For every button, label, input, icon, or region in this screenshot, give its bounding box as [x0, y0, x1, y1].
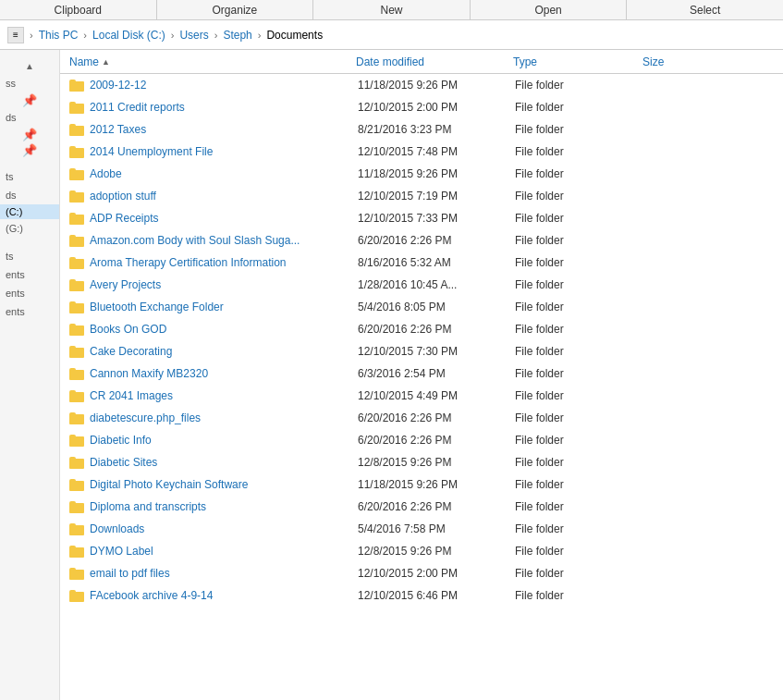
file-date: 12/10/2015 4:49 PM: [358, 389, 515, 402]
file-type: File folder: [515, 301, 644, 313]
sidebar-pin-2[interactable]: 📌: [17, 127, 43, 142]
ribbon-clipboard[interactable]: Clipboard: [0, 0, 157, 19]
sidebar-item-g[interactable]: (G:): [0, 219, 59, 238]
folder-icon: [69, 80, 84, 92]
file-date: 11/18/2015 9:26 PM: [358, 79, 515, 92]
folder-icon: [69, 412, 84, 424]
sort-arrow: ▲: [102, 57, 110, 67]
table-row[interactable]: 2011 Credit reports 12/10/2015 2:00 PM F…: [60, 96, 783, 118]
file-name: Diabetic Info: [90, 434, 358, 447]
folder-icon: [69, 124, 84, 136]
ribbon-organize[interactable]: Organize: [157, 0, 314, 19]
table-row[interactable]: FAcebook archive 4-9-14 12/10/2015 6:46 …: [60, 584, 783, 607]
file-date: 6/20/2016 2:26 PM: [358, 434, 515, 447]
breadcrumb-users[interactable]: Users: [179, 29, 208, 42]
sidebar-pin-3[interactable]: 📌: [17, 142, 43, 158]
table-row[interactable]: diabetescure.php_files 6/20/2016 2:26 PM…: [60, 407, 783, 429]
sidebar-item-ss[interactable]: ss: [0, 74, 59, 92]
file-date: 11/18/2015 9:26 PM: [358, 167, 515, 180]
file-type: File folder: [515, 323, 644, 336]
sidebar-item-c[interactable]: (C:): [0, 204, 59, 219]
table-row[interactable]: Amazon.com Body with Soul Slash Suga... …: [60, 229, 783, 252]
sidebar-item-ds2[interactable]: ds: [0, 186, 59, 204]
col-header-type[interactable]: Type: [513, 55, 642, 68]
folder-icon: [69, 235, 84, 247]
table-row[interactable]: 2009-12-12 11/18/2015 9:26 PM File folde…: [60, 74, 783, 96]
file-date: 12/10/2015 7:48 PM: [358, 145, 515, 158]
table-row[interactable]: Adobe 11/18/2015 9:26 PM File folder: [60, 163, 783, 185]
breadcrumb-localdisk[interactable]: Local Disk (C:): [92, 29, 165, 42]
table-row[interactable]: 2012 Taxes 8/21/2016 3:23 PM File folder: [60, 118, 783, 141]
sidebar-pin-1[interactable]: 📌: [17, 92, 43, 108]
file-date: 6/20/2016 2:26 PM: [358, 411, 515, 424]
file-name: Downloads: [90, 522, 358, 535]
table-row[interactable]: CR 2041 Images 12/10/2015 4:49 PM File f…: [60, 385, 783, 407]
folder-icon: [69, 146, 84, 158]
file-type: File folder: [515, 212, 644, 225]
breadcrumb-documents: Documents: [266, 29, 323, 42]
folder-icon: [69, 279, 84, 291]
col-header-size[interactable]: Size: [642, 55, 783, 68]
folder-icon: [69, 301, 84, 313]
sidebar-item-ts[interactable]: ts: [0, 167, 59, 186]
folder-icon: [69, 546, 84, 558]
file-name: ADP Receipts: [90, 212, 358, 225]
table-row[interactable]: Digital Photo Keychain Software 11/18/20…: [60, 473, 783, 496]
file-type: File folder: [515, 434, 644, 447]
breadcrumb-thispc[interactable]: This PC: [39, 29, 79, 42]
breadcrumb-steph[interactable]: Steph: [223, 29, 251, 42]
table-row[interactable]: ADP Receipts 12/10/2015 7:33 PM File fol…: [60, 207, 783, 229]
table-row[interactable]: Diabetic Info 6/20/2016 2:26 PM File fol…: [60, 429, 783, 451]
sidebar-item-ents3[interactable]: ents: [0, 302, 59, 321]
table-row[interactable]: Cannon Maxify MB2320 6/3/2016 2:54 PM Fi…: [60, 362, 783, 385]
file-date: 12/8/2015 9:26 PM: [358, 456, 515, 469]
folder-icon: [69, 590, 84, 602]
file-type: File folder: [515, 79, 644, 92]
file-type: File folder: [515, 589, 644, 602]
folder-icon: [69, 435, 84, 447]
table-row[interactable]: 2014 Unemployment File 12/10/2015 7:48 P…: [60, 141, 783, 163]
table-row[interactable]: Books On GOD 6/20/2016 2:26 PM File fold…: [60, 318, 783, 340]
breadcrumb-sep-start: ›: [28, 30, 35, 41]
file-type: File folder: [515, 101, 644, 114]
file-name: 2009-12-12: [90, 79, 358, 92]
table-row[interactable]: Aroma Therapy Certification Information …: [60, 252, 783, 274]
table-row[interactable]: Diabetic Sites 12/8/2015 9:26 PM File fo…: [60, 451, 783, 473]
file-date: 11/18/2015 9:26 PM: [358, 478, 515, 491]
file-date: 6/3/2016 2:54 PM: [358, 367, 515, 380]
table-row[interactable]: Cake Decorating 12/10/2015 7:30 PM File …: [60, 340, 783, 362]
table-row[interactable]: DYMO Label 12/8/2015 9:26 PM File folder: [60, 540, 783, 562]
ribbon-select[interactable]: Select: [627, 0, 783, 19]
file-name: CR 2041 Images: [90, 389, 358, 402]
sidebar-item-ents1[interactable]: ents: [0, 265, 59, 284]
file-type: File folder: [515, 411, 644, 424]
file-list: 2009-12-12 11/18/2015 9:26 PM File folde…: [60, 74, 783, 700]
sidebar-item-ts2[interactable]: ts: [0, 247, 59, 265]
table-row[interactable]: email to pdf files 12/10/2015 2:00 PM Fi…: [60, 562, 783, 584]
file-name: Cannon Maxify MB2320: [90, 367, 358, 380]
folder-icon: [69, 568, 84, 580]
file-type: File folder: [515, 522, 644, 535]
table-row[interactable]: Bluetooth Exchange Folder 5/4/2016 8:05 …: [60, 296, 783, 318]
col-header-date[interactable]: Date modified: [356, 55, 513, 68]
file-name: Avery Projects: [90, 278, 358, 291]
folder-icon: [69, 257, 84, 269]
file-name: Amazon.com Body with Soul Slash Suga...: [90, 234, 358, 247]
col-header-name[interactable]: Name ▲: [69, 55, 356, 68]
file-name: DYMO Label: [90, 545, 358, 558]
table-row[interactable]: Downloads 5/4/2016 7:58 PM File folder: [60, 518, 783, 540]
file-name: Diabetic Sites: [90, 456, 358, 469]
file-type: File folder: [515, 478, 644, 491]
sidebar-item-ents2[interactable]: ents: [0, 284, 59, 302]
table-row[interactable]: adoption stuff 12/10/2015 7:19 PM File f…: [60, 185, 783, 207]
sidebar-scroll-up[interactable]: ▲: [0, 57, 59, 74]
file-name: adoption stuff: [90, 190, 358, 203]
folder-icon: [69, 523, 84, 535]
ribbon-open[interactable]: Open: [471, 0, 628, 19]
table-row[interactable]: Avery Projects 1/28/2016 10:45 A... File…: [60, 274, 783, 296]
file-type: File folder: [515, 456, 644, 469]
sidebar-item-ds1[interactable]: ds: [0, 108, 59, 127]
file-type: File folder: [515, 345, 644, 358]
table-row[interactable]: Diploma and transcripts 6/20/2016 2:26 P…: [60, 496, 783, 518]
ribbon-new[interactable]: New: [313, 0, 471, 19]
